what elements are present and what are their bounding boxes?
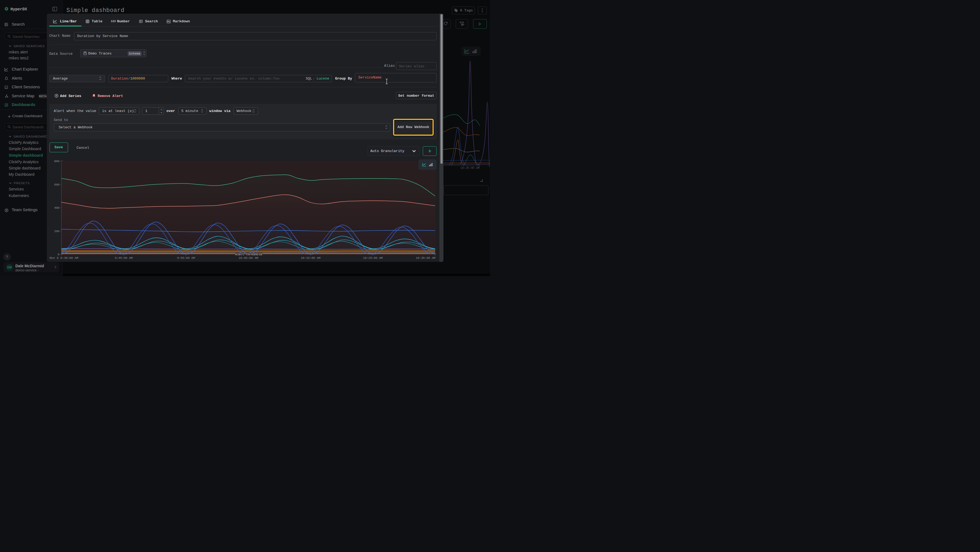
- svg-text:10:25:00 AM: 10:25:00 AM: [363, 256, 383, 260]
- svg-text:Alert Threshold: Alert Threshold: [235, 252, 262, 256]
- svg-text:600: 600: [54, 183, 60, 187]
- svg-text:200: 200: [54, 230, 60, 233]
- svg-text:800: 800: [54, 160, 60, 163]
- svg-text:10:15:00 AM: 10:15:00 AM: [301, 256, 321, 260]
- svg-text:Nov 6 9:35:00 AM: Nov 6 9:35:00 AM: [49, 256, 78, 260]
- svg-text:10:05:00 AM: 10:05:00 AM: [239, 256, 258, 260]
- svg-text:9:55:00 AM: 9:55:00 AM: [177, 256, 195, 260]
- svg-text:10:35:00 AM: 10:35:00 AM: [416, 256, 436, 260]
- svg-text:9:45:00 AM: 9:45:00 AM: [115, 256, 132, 260]
- svg-text:0: 0: [58, 252, 60, 256]
- svg-text:400: 400: [54, 206, 60, 209]
